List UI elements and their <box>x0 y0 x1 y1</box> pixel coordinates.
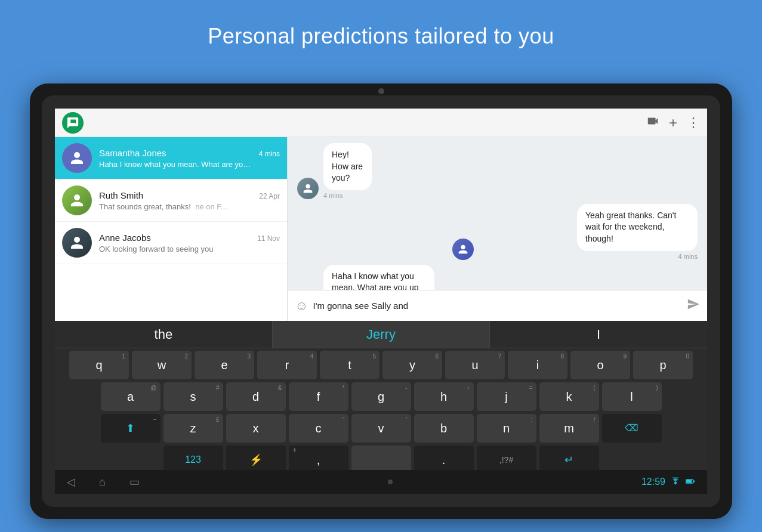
tablet-inner: + ⋮ Samantha Jones <box>42 95 720 507</box>
key-r[interactable]: 4r <box>257 351 317 379</box>
key-v[interactable]: 'v <box>351 414 411 443</box>
conv-item-ruth[interactable]: Ruth Smith 22 Apr That sounds great, tha… <box>55 180 287 222</box>
menu-button[interactable]: ⋮ <box>687 115 700 131</box>
conv-info-ruth: Ruth Smith 22 Apr That sounds great, tha… <box>99 190 280 211</box>
keyboard-rows: 1q 2w 3e 4r 5t 6y 7u 8i 9o 0p @a # <box>55 348 707 478</box>
key-z[interactable]: £z <box>163 414 223 443</box>
msg-avatar-self <box>452 239 474 260</box>
key-m[interactable]: /m <box>539 414 599 443</box>
key-b[interactable]: b <box>414 414 474 443</box>
key-i[interactable]: 8i <box>508 351 567 379</box>
recents-button[interactable]: ▭ <box>129 475 140 488</box>
conv-item-anne[interactable]: Anne Jacobs 11 Nov OK looking forward to… <box>55 222 287 264</box>
key-k[interactable]: (k <box>539 382 599 411</box>
key-s[interactable]: #s <box>163 382 223 411</box>
prediction-jerry[interactable]: Jerry <box>273 321 490 348</box>
svg-point-1 <box>74 194 80 200</box>
nav-indicator <box>174 130 184 136</box>
video-call-button[interactable] <box>646 115 659 131</box>
add-button[interactable]: + <box>669 115 677 131</box>
prediction-the[interactable]: the <box>55 321 273 348</box>
center-dot <box>388 480 393 484</box>
battery-icon <box>686 477 695 487</box>
conv-time-ruth: 22 Apr <box>259 192 280 200</box>
key-row-2: @a #s &d *f -g +h =j (k )l <box>57 382 705 411</box>
key-n[interactable]: ;n <box>477 414 536 443</box>
key-w[interactable]: 2w <box>132 351 192 379</box>
message-2: Yeah great thanks. Can't wait for the we… <box>297 204 698 260</box>
conv-header-ruth: Ruth Smith 22 Apr <box>99 190 280 200</box>
conv-name-anne: Anne Jacobs <box>99 233 151 243</box>
message-1: Hey! How are you? 4 mins <box>297 143 698 199</box>
home-button[interactable]: ⌂ <box>99 476 106 488</box>
msg-content-1: Hey! How are you? 4 mins <box>323 143 411 199</box>
msg-avatar-contact-1 <box>297 178 319 199</box>
msg-content-2: Yeah great thanks. Can't wait for the we… <box>479 204 698 260</box>
conv-preview-anne: OK looking forward to seeing you <box>99 245 254 253</box>
avatar-ruth <box>62 185 92 215</box>
key-t[interactable]: 5t <box>320 351 380 379</box>
nav-icons: ◁ ⌂ ▭ <box>67 475 140 488</box>
keyboard: the Jerry I 1q 2w 3e 4 <box>55 321 707 494</box>
conv-info-anne: Anne Jacobs 11 Nov OK looking forward to… <box>99 233 280 253</box>
msg-bubble-1: Hey! How are you? <box>323 143 372 190</box>
key-f[interactable]: *f <box>289 382 348 411</box>
key-c[interactable]: "c <box>289 414 348 443</box>
key-x[interactable]: x <box>226 414 286 443</box>
status-bar <box>388 480 393 484</box>
time-display: 12:59 <box>641 477 665 487</box>
key-g[interactable]: -g <box>351 382 411 411</box>
conv-preview-samantha: Haha I know what you mean. What are you … <box>99 160 254 169</box>
tablet-frame: + ⋮ Samantha Jones <box>30 83 732 519</box>
key-y[interactable]: 6y <box>382 351 442 379</box>
key-p[interactable]: 0p <box>633 351 693 379</box>
content-area: Samantha Jones 4 mins Haha I know what y… <box>55 137 707 321</box>
status-icons: 12:59 <box>641 477 695 487</box>
conv-name-samantha: Samantha Jones <box>99 148 166 158</box>
message-input-bar: ☺ <box>288 290 707 321</box>
send-button[interactable] <box>687 298 700 314</box>
conv-time-samantha: 4 mins <box>259 150 280 158</box>
key-u[interactable]: 7u <box>445 351 505 379</box>
key-row-1: 1q 2w 3e 4r 5t 6y 7u 8i 9o 0p <box>57 351 705 379</box>
conv-name-ruth: Ruth Smith <box>99 190 143 200</box>
msg-time-2: 4 mins <box>678 253 698 260</box>
svg-point-4 <box>461 245 465 249</box>
predictions-row: the Jerry I <box>55 321 707 348</box>
key-e[interactable]: 3e <box>195 351 254 379</box>
wifi-icon <box>670 477 681 487</box>
app-bar-actions: + ⋮ <box>646 115 700 131</box>
svg-rect-9 <box>693 480 695 482</box>
emoji-button[interactable]: ☺ <box>295 298 308 314</box>
conv-item-samantha[interactable]: Samantha Jones 4 mins Haha I know what y… <box>55 137 287 180</box>
conv-header-anne: Anne Jacobs 11 Nov <box>99 233 280 243</box>
key-a[interactable]: @a <box>101 382 161 411</box>
key-h[interactable]: +h <box>414 382 474 411</box>
back-button[interactable]: ◁ <box>67 475 75 488</box>
key-j[interactable]: =j <box>477 382 536 411</box>
key-shift[interactable]: − ⬆ <box>101 414 161 443</box>
key-o[interactable]: 9o <box>570 351 630 379</box>
messages-container: Hey! How are you? 4 mins Yeah great than… <box>288 137 707 290</box>
key-l[interactable]: )l <box>602 382 662 411</box>
svg-rect-8 <box>686 480 692 482</box>
chat-area: Hey! How are you? 4 mins Yeah great than… <box>288 137 707 321</box>
conv-info-samantha: Samantha Jones 4 mins Haha I know what y… <box>99 148 280 169</box>
key-d[interactable]: &d <box>226 382 286 411</box>
key-row-3: − ⬆ £z x "c 'v b ;n /m ⌫ <box>57 414 705 443</box>
message-input[interactable] <box>313 301 682 311</box>
conv-time-anne: 11 Nov <box>257 234 280 243</box>
msg-bubble-2: Yeah great thanks. Can't wait for the we… <box>577 204 698 251</box>
bottom-nav: ◁ ⌂ ▭ 12:59 <box>55 470 707 494</box>
conv-header-samantha: Samantha Jones 4 mins <box>99 148 280 158</box>
avatar-anne <box>62 228 92 258</box>
svg-point-0 <box>74 152 80 158</box>
msg-content-3: Haha I know what you mean. What are you … <box>323 265 526 290</box>
msg-bubble-3: Haha I know what you mean. What are you … <box>323 265 434 290</box>
msg-time-1: 4 mins <box>323 192 411 199</box>
key-q[interactable]: 1q <box>69 351 129 379</box>
key-delete[interactable]: ⌫ <box>602 414 662 443</box>
hangouts-logo <box>62 112 84 134</box>
prediction-i[interactable]: I <box>490 321 707 348</box>
avatar-samantha <box>62 143 92 173</box>
